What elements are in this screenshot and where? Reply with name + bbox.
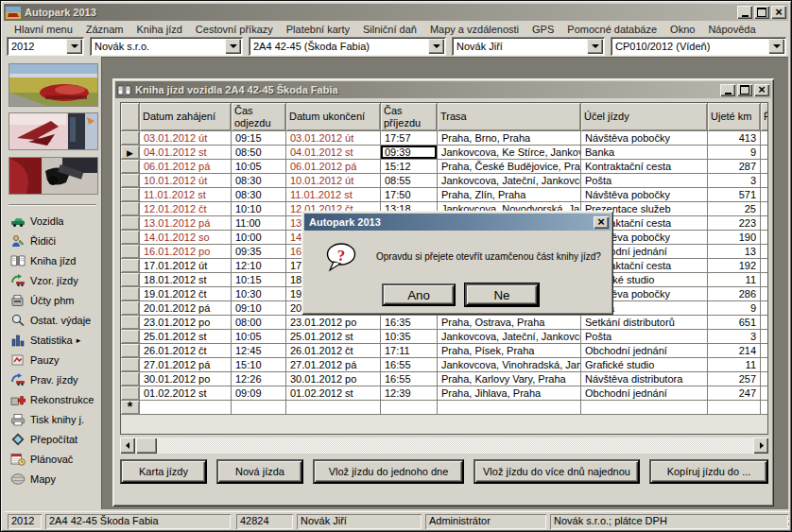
cell-km[interactable]: 190: [708, 231, 761, 245]
cell-start[interactable]: 01.02.2012 st: [140, 386, 232, 401]
cell-route[interactable]: Praha, Zlín, Praha: [438, 188, 581, 202]
menu-item-cestovn-p-kazy[interactable]: Cestovní příkazy: [189, 22, 280, 37]
cell-empty[interactable]: [438, 401, 581, 415]
chevron-down-icon[interactable]: [428, 39, 444, 54]
sidebar-item-ty-phm[interactable]: Účty phm: [10, 293, 94, 307]
menu-item-kniha-j-zd[interactable]: Kniha jízd: [130, 22, 189, 37]
cell-end[interactable]: 27.01.2012 pá: [286, 358, 381, 372]
cell-km[interactable]: 3: [708, 174, 761, 188]
sidebar-item-mapy[interactable]: Mapy: [10, 472, 94, 486]
cell-end[interactable]: 01.02.2012 st: [286, 386, 381, 401]
cell-km[interactable]: 257: [708, 372, 761, 386]
cell-route[interactable]: Jankovcova, Jateční, Jankovcova: [438, 174, 581, 188]
new-row-selector[interactable]: *: [121, 401, 140, 415]
row-selector-cell[interactable]: [121, 287, 140, 301]
cell-dep[interactable]: 09:10: [232, 301, 286, 316]
cell-end[interactable]: 23.01.2012 po: [286, 316, 381, 330]
logbook-minimize-icon[interactable]: [720, 84, 735, 96]
cell-extra[interactable]: [761, 372, 768, 386]
cell-dep[interactable]: 09:35: [232, 245, 286, 259]
cell-route[interactable]: Praha, Brno, Praha: [438, 131, 581, 146]
row-selector-cell[interactable]: [121, 188, 140, 202]
cell-km[interactable]: 3: [708, 330, 761, 344]
cell-start[interactable]: 26.01.2012 čt: [140, 344, 232, 358]
menu-item-okno[interactable]: Okno: [663, 22, 701, 37]
cell-end[interactable]: 06.01.2012 pá: [286, 160, 381, 174]
cell-route[interactable]: Praha, Karlovy Vary, Praha: [438, 372, 581, 386]
cell-arr[interactable]: 09:39: [381, 146, 438, 160]
cell-extra[interactable]: [761, 330, 768, 344]
cell-extra[interactable]: [761, 216, 768, 231]
cell-start[interactable]: 14.01.2012 so: [140, 231, 232, 245]
cell-start[interactable]: 12.01.2012 čt: [140, 202, 232, 216]
logbook-close-icon[interactable]: [754, 84, 769, 96]
cell-arr[interactable]: 17:11: [381, 344, 438, 358]
cell-purpose[interactable]: Návštěva pobočky: [581, 131, 708, 146]
cell-route[interactable]: Praha, Jihlava, Praha: [438, 386, 581, 401]
sidebar-item-kniha-j-zd[interactable]: Kniha jízd: [10, 253, 94, 267]
row-selector-cell[interactable]: [121, 330, 140, 344]
row-selector-cell[interactable]: [121, 131, 140, 146]
cell-km[interactable]: 571: [708, 188, 761, 202]
cell-dep[interactable]: 12:10: [232, 259, 286, 273]
cell-km[interactable]: 651: [708, 316, 761, 330]
cell-km[interactable]: 11: [708, 358, 761, 372]
chevron-down-icon[interactable]: [768, 39, 784, 54]
cell-dep[interactable]: 12:45: [232, 344, 286, 358]
cell-arr[interactable]: 17:50: [381, 188, 438, 202]
vehicle-combobox[interactable]: 2A4 42-45 (Škoda Fabia): [249, 37, 446, 56]
chevron-down-icon[interactable]: [587, 39, 603, 54]
sidebar-item-pauzy[interactable]: Pauzy: [10, 352, 94, 367]
cell-arr[interactable]: 16:55: [381, 358, 438, 372]
row-selector-cell[interactable]: [121, 344, 140, 358]
cell-end[interactable]: 26.01.2012 čt: [286, 344, 381, 358]
sidebar-item-pl-nova[interactable]: Plánovač: [10, 452, 94, 466]
scroll-right-icon[interactable]: [753, 438, 768, 454]
cell-dep[interactable]: 08:30: [232, 188, 286, 202]
cell-km[interactable]: 9: [708, 146, 761, 160]
no-button[interactable]: Ne: [465, 283, 539, 306]
cell-empty[interactable]: [232, 401, 286, 415]
cell-dep[interactable]: 15:10: [232, 358, 286, 372]
scroll-left-icon[interactable]: [120, 438, 135, 454]
cell-end[interactable]: 10.01.2012 út: [286, 174, 381, 188]
cell-km[interactable]: 192: [708, 259, 761, 273]
cell-dep[interactable]: 11:00: [232, 216, 286, 231]
cell-empty[interactable]: [286, 401, 381, 415]
row-selector-cell[interactable]: [121, 174, 140, 188]
cell-start[interactable]: 04.01.2012 st: [140, 146, 232, 160]
cell-route[interactable]: Praha, České Budějovice, Praha: [438, 160, 581, 174]
cell-end[interactable]: 30.01.2012 po: [286, 372, 381, 386]
cell-km[interactable]: 9: [708, 301, 761, 316]
row-selector-cell[interactable]: [121, 216, 140, 231]
driver-combobox[interactable]: Novák Jiří: [452, 37, 605, 56]
sidebar-item-p-epo-tat[interactable]: Přepočítat: [10, 432, 94, 446]
cell-start[interactable]: 13.01.2012 pá: [140, 216, 232, 231]
cell-empty[interactable]: [381, 401, 438, 415]
cell-km[interactable]: 11: [708, 273, 761, 287]
cell-extra[interactable]: [761, 188, 768, 202]
menu-item-gps[interactable]: GPS: [525, 22, 560, 37]
menu-item-silni-n-da[interactable]: Silniční daň: [356, 22, 423, 37]
row-selector-cell[interactable]: ▶: [121, 146, 140, 160]
cell-purpose[interactable]: Obchodní jednání: [581, 386, 708, 401]
cell-arr[interactable]: 16:55: [381, 372, 438, 386]
cell-extra[interactable]: [761, 202, 768, 216]
cell-purpose[interactable]: Banka: [581, 146, 708, 160]
cell-extra[interactable]: [761, 174, 768, 188]
cell-arr[interactable]: 17:57: [381, 131, 438, 146]
cell-extra[interactable]: [761, 231, 768, 245]
row-selector-cell[interactable]: [121, 301, 140, 316]
cell-arr[interactable]: 16:35: [381, 316, 438, 330]
cell-start[interactable]: 25.01.2012 st: [140, 330, 232, 344]
cell-dep[interactable]: 10:05: [232, 160, 286, 174]
cell-km[interactable]: 214: [708, 344, 761, 358]
row-selector-cell[interactable]: [121, 273, 140, 287]
cell-start[interactable]: 11.01.2012 st: [140, 188, 232, 202]
cell-purpose[interactable]: Pošta: [581, 330, 708, 344]
cell-end[interactable]: 25.01.2012 st: [286, 330, 381, 344]
chevron-down-icon[interactable]: [225, 39, 241, 54]
cell-arr[interactable]: 08:55: [381, 174, 438, 188]
menu-item-n-pov-da[interactable]: Nápověda: [701, 22, 762, 37]
yes-button[interactable]: Ano: [382, 283, 456, 306]
